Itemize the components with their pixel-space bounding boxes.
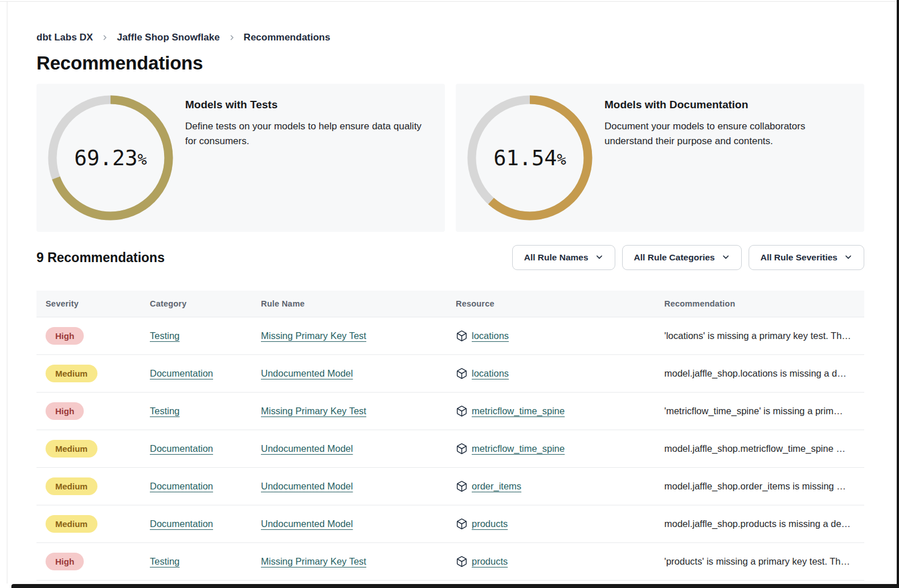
recommendation-text: 'products' is missing a primary key test… (664, 556, 850, 566)
rule-severities-filter-dropdown[interactable]: All Rule Severities (749, 245, 864, 270)
window-bottom-edge (11, 584, 899, 588)
rule-severities-filter-label: All Rule Severities (761, 252, 837, 263)
window-top-border (0, 1, 897, 2)
recommendations-table: Severity Category Rule Name Resource Rec… (36, 291, 864, 581)
severity-badge: Medium (46, 477, 97, 495)
cube-icon (456, 518, 468, 530)
resource-link[interactable]: metricflow_time_spine (472, 406, 565, 416)
category-link[interactable]: Documentation (150, 518, 213, 529)
tests-card-description: Define tests on your models to help ensu… (185, 119, 431, 149)
table-header-row: Severity Category Rule Name Resource Rec… (36, 291, 864, 317)
category-link[interactable]: Testing (150, 556, 179, 566)
recommendation-text: model.jaffle_shop.locations is missing a… (664, 368, 847, 378)
recommendation-text: 'metricflow_time_spine' is missing a pri… (664, 406, 843, 416)
tests-donut-chart: 69.23% (48, 95, 173, 220)
table-row: HighTestingMissing Primary Key Testlocat… (36, 317, 864, 354)
category-link[interactable]: Documentation (150, 481, 213, 491)
column-header-recommendation: Recommendation (655, 291, 864, 317)
breadcrumb-item-account[interactable]: dbt Labs DX (36, 32, 93, 43)
table-row: HighTestingMissing Primary Key Testmetri… (36, 392, 864, 430)
tests-percent-value: 69.23% (48, 95, 173, 220)
cube-icon (456, 556, 468, 567)
models-with-tests-card: 69.23% Models with Tests Define tests on… (36, 84, 445, 232)
column-header-resource: Resource (447, 291, 655, 317)
resource-link[interactable]: locations (472, 368, 509, 379)
docs-card-text: Models with Documentation Document your … (604, 95, 851, 149)
rule-name-link[interactable]: Missing Primary Key Test (261, 330, 366, 341)
severity-badge: Medium (46, 365, 97, 382)
cube-icon (456, 480, 468, 492)
table-row: HighTestingMissing Primary Key Testprodu… (36, 542, 864, 580)
category-link[interactable]: Documentation (150, 443, 213, 454)
docs-percent-value: 61.54% (467, 95, 592, 220)
severity-badge: High (46, 402, 84, 420)
severity-badge: Medium (46, 440, 97, 458)
severity-badge: High (46, 553, 84, 570)
rule-name-link[interactable]: Undocumented Model (261, 368, 353, 378)
cube-icon (456, 330, 468, 342)
cube-icon (456, 443, 468, 455)
recommendation-text: 'locations' is missing a primary key tes… (664, 330, 851, 341)
rule-name-link[interactable]: Missing Primary Key Test (261, 556, 366, 566)
resource-link[interactable]: metricflow_time_spine (472, 443, 565, 454)
chevron-right-icon (101, 34, 108, 41)
rule-names-filter-label: All Rule Names (524, 252, 589, 263)
rule-name-link[interactable]: Undocumented Model (261, 481, 353, 491)
recommendations-list-header: 9 Recommendations All Rule Names All Rul… (36, 245, 864, 270)
resource-link[interactable]: locations (472, 330, 509, 341)
recommendation-text: model.jaffle_shop.products is missing a … (664, 518, 851, 529)
window-left-border (7, 2, 7, 583)
rule-name-link[interactable]: Undocumented Model (261, 443, 353, 454)
severity-badge: Medium (46, 515, 97, 533)
category-link[interactable]: Testing (150, 330, 179, 341)
docs-card-title: Models with Documentation (604, 99, 851, 111)
recommendations-count: 9 Recommendations (36, 250, 165, 266)
chevron-right-icon (228, 34, 235, 41)
table-row: MediumDocumentationUndocumented Modelmet… (36, 430, 864, 467)
recommendation-text: model.jaffle_shop.metricflow_time_spine … (664, 443, 845, 454)
severity-badge: High (46, 327, 84, 345)
breadcrumb-item-current: Recommendations (244, 32, 330, 43)
rule-names-filter-dropdown[interactable]: All Rule Names (512, 245, 615, 270)
chevron-down-icon (722, 252, 730, 263)
resource-link[interactable]: products (472, 518, 508, 529)
cube-icon (456, 405, 468, 417)
rule-categories-filter-dropdown[interactable]: All Rule Categories (622, 245, 742, 270)
category-link[interactable]: Documentation (150, 368, 213, 378)
tests-card-text: Models with Tests Define tests on your m… (185, 95, 431, 149)
cube-icon (456, 368, 468, 379)
metric-cards: 69.23% Models with Tests Define tests on… (36, 84, 864, 232)
tests-card-title: Models with Tests (185, 99, 431, 111)
column-header-severity: Severity (36, 291, 141, 317)
table-row: MediumDocumentationUndocumented Modelloc… (36, 354, 864, 392)
filter-bar: All Rule Names All Rule Categories All R… (512, 245, 864, 270)
column-header-category: Category (141, 291, 252, 317)
page-title: Recommendations (36, 52, 864, 74)
docs-card-description: Document your models to ensure collabora… (604, 119, 851, 149)
chevron-down-icon (844, 252, 852, 263)
rule-name-link[interactable]: Missing Primary Key Test (261, 406, 366, 416)
window-right-edge (897, 0, 899, 588)
table-row: MediumDocumentationUndocumented Modelpro… (36, 505, 864, 542)
column-header-rule-name: Rule Name (252, 291, 447, 317)
resource-link[interactable]: order_items (472, 481, 521, 492)
resource-link[interactable]: products (472, 556, 508, 567)
main-content: dbt Labs DX Jaffle Shop Snowflake Recomm… (0, 0, 899, 581)
models-with-documentation-card: 61.54% Models with Documentation Documen… (456, 84, 864, 232)
breadcrumb-item-project[interactable]: Jaffle Shop Snowflake (117, 32, 219, 43)
rule-name-link[interactable]: Undocumented Model (261, 518, 353, 529)
category-link[interactable]: Testing (150, 406, 179, 416)
docs-donut-chart: 61.54% (467, 95, 592, 220)
chevron-down-icon (595, 252, 603, 263)
rule-categories-filter-label: All Rule Categories (634, 252, 715, 263)
recommendation-text: model.jaffle_shop.order_items is missing… (664, 481, 846, 491)
table-row: MediumDocumentationUndocumented Modelord… (36, 467, 864, 505)
breadcrumb: dbt Labs DX Jaffle Shop Snowflake Recomm… (36, 32, 864, 43)
